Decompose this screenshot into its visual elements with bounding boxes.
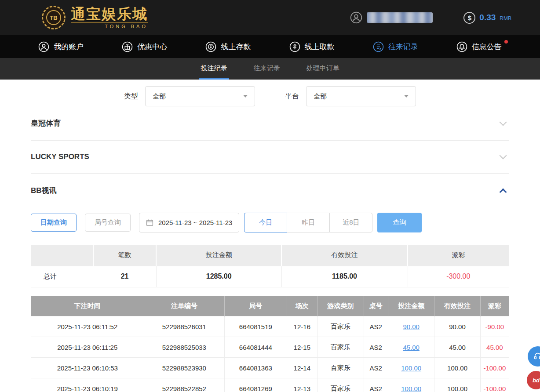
summary-bet-amount: 1285.00 (156, 266, 281, 287)
chevron-up-icon (500, 188, 507, 196)
summary-header-payout: 派彩 (408, 245, 509, 266)
nav-item-announcements[interactable]: 信息公告 (456, 41, 502, 52)
logo-subtitle: TONG BAO (71, 22, 148, 29)
search-button[interactable]: 查询 (377, 213, 422, 232)
cell-game: 百家乐 (317, 337, 364, 358)
col-header-payout: 派彩 (480, 296, 509, 316)
nav-label: 信息公告 (472, 42, 502, 52)
last-8-days-button[interactable]: 近8日 (329, 213, 372, 232)
type-filter-label: 类型 (124, 92, 138, 101)
cell-payout: 45.00 (480, 337, 509, 358)
cell-valid-bet: 90.00 (434, 316, 480, 337)
tab-bet-records[interactable]: 投注纪录 (199, 58, 229, 80)
app-header: TB 通宝娱乐城 TONG BAO $ 0.33 RMB (0, 0, 540, 35)
table-row: 2025-11-23 06:10:19 522988522852 6640812… (31, 378, 509, 392)
summary-total-label: 总计 (31, 266, 93, 287)
casino-chip-icon: TB (42, 6, 66, 29)
cell-valid-bet: 45.00 (434, 337, 480, 358)
cell-order: 522988523930 (144, 358, 225, 378)
records-icon (373, 41, 384, 52)
col-header-bet-amount: 投注金额 (388, 296, 434, 316)
user-account-area[interactable] (350, 11, 433, 24)
nav-item-online-deposit[interactable]: 线上存款 (205, 41, 251, 52)
cell-round: 664081444 (225, 337, 287, 358)
summary-count: 21 (93, 266, 156, 287)
main-nav: 我的账户 优惠中心 线上存款 线上取款 往来记录 信息公告 (0, 35, 540, 58)
nav-label: 往来记录 (388, 42, 418, 52)
notification-badge (504, 40, 508, 44)
table-row: 2025-11-23 06:10:53 522988523930 6640813… (31, 358, 509, 378)
col-header-session: 场次 (287, 296, 317, 316)
type-select[interactable]: 全部 (145, 86, 255, 106)
col-header-order: 注单编号 (144, 296, 225, 316)
logo[interactable]: TB 通宝娱乐城 TONG BAO (42, 6, 148, 29)
date-range-value: 2025-11-23 ~ 2025-11-23 (158, 219, 232, 226)
today-button[interactable]: 今日 (244, 213, 287, 232)
col-header-game-type: 游戏类别 (317, 296, 364, 316)
cell-time: 2025-11-23 06:11:25 (31, 337, 144, 358)
user-icon (38, 41, 49, 52)
cell-payout: -90.00 (480, 316, 509, 337)
tab-pending-orders[interactable]: 处理中订单 (305, 58, 341, 80)
round-query-button[interactable]: 局号查询 (85, 214, 131, 232)
section-title: BB视讯 (31, 185, 57, 196)
type-select-value: 全部 (153, 92, 166, 101)
section-bb-video[interactable]: BB视讯 (31, 174, 509, 207)
dollar-icon: $ (463, 12, 475, 24)
col-header-table: 桌号 (364, 296, 388, 316)
user-avatar-icon (350, 11, 362, 24)
platform-filter-label: 平台 (285, 92, 299, 101)
col-header-valid-bet: 有效投注 (434, 296, 480, 316)
section-lucky-sports[interactable]: LUCKY SPORTS (31, 141, 509, 173)
nav-item-promotions[interactable]: 优惠中心 (122, 41, 167, 52)
summary-payout: -300.00 (408, 266, 509, 287)
chip-label: TB (46, 10, 61, 25)
quick-range-group: 今日 昨日 近8日 (244, 213, 372, 232)
bet-amount-link[interactable]: 45.00 (403, 344, 420, 351)
nav-label: 线上取款 (305, 42, 335, 52)
cell-session: 12-15 (287, 337, 317, 358)
cell-round: 664081363 (225, 358, 287, 378)
cell-session: 12-14 (287, 358, 317, 378)
balance[interactable]: $ 0.33 RMB (463, 12, 511, 24)
cell-session: 12-16 (287, 316, 317, 337)
customer-service-float-button[interactable] (528, 346, 540, 367)
content: 皇冠体育 LUCKY SPORTS BB视讯 日期查询 局号查询 2025-11… (31, 106, 509, 392)
date-range-input[interactable]: 2025-11-23 ~ 2025-11-23 (139, 213, 239, 232)
table-row: 2025-11-23 06:11:52 522988526031 6640815… (31, 316, 509, 337)
cell-valid-bet: 100.00 (434, 378, 480, 392)
cell-round: 664081519 (225, 316, 287, 337)
balance-amount: 0.33 (479, 13, 496, 22)
brand-float-label: bd (533, 377, 540, 384)
nav-item-my-account[interactable]: 我的账户 (38, 41, 84, 52)
col-header-time: 下注时间 (31, 296, 144, 316)
nav-item-online-withdraw[interactable]: 线上取款 (289, 41, 335, 52)
yesterday-button[interactable]: 昨日 (287, 213, 330, 232)
chevron-down-icon (404, 95, 409, 98)
bet-amount-link[interactable]: 100.00 (401, 385, 421, 392)
platform-select[interactable]: 全部 (306, 86, 416, 106)
section-crown-sports[interactable]: 皇冠体育 (31, 106, 509, 140)
summary-table: 笔数 投注金额 有效投注 派彩 总计 21 1285.00 1185.00 -3… (31, 245, 509, 287)
tab-transaction-records[interactable]: 往来记录 (252, 58, 282, 80)
cell-order: 522988522852 (144, 378, 225, 392)
balance-currency: RMB (500, 15, 511, 22)
nav-item-transaction-records[interactable]: 往来记录 (373, 41, 418, 52)
calendar-icon (146, 219, 153, 226)
summary-header-count: 笔数 (93, 245, 156, 266)
filter-row: 类型 全部 平台 全部 (0, 86, 540, 106)
bet-amount-link[interactable]: 90.00 (403, 323, 420, 330)
chevron-down-icon (500, 152, 507, 160)
cell-game: 百家乐 (317, 316, 364, 337)
bet-amount-link[interactable]: 100.00 (401, 364, 421, 372)
nav-label: 优惠中心 (137, 42, 167, 52)
gift-icon (122, 41, 133, 52)
brand-float-button[interactable]: bd (526, 370, 540, 390)
cell-order: 522988526031 (144, 316, 225, 337)
date-query-button[interactable]: 日期查询 (31, 214, 77, 232)
query-bar: 日期查询 局号查询 2025-11-23 ~ 2025-11-23 今日 昨日 … (31, 213, 509, 232)
nav-label: 我的账户 (54, 42, 84, 52)
bet-records-table: 下注时间 注单编号 局号 场次 游戏类别 桌号 投注金额 有效投注 派彩 202… (31, 296, 509, 392)
col-header-round: 局号 (225, 296, 287, 316)
cell-session: 12-13 (287, 378, 317, 392)
